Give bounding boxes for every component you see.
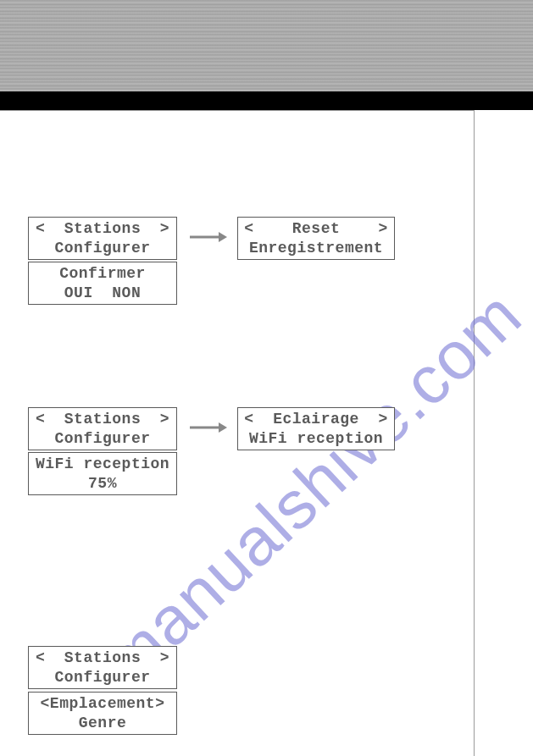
lcd-line: Confirmer [32,264,173,284]
lcd-line: Configurer [32,239,173,258]
lcd-line: < Stations > [32,648,173,668]
lcd-line: Configurer [32,429,173,449]
black-separator-strip [0,91,533,110]
lcd-line: WiFi reception [242,429,391,449]
lcd-line: < Stations > [32,219,173,239]
lcd-line: Configurer [32,668,173,687]
svg-marker-1 [219,232,227,242]
lcd-line: < Reset > [242,219,391,239]
lcd-line: < Stations > [32,410,173,429]
lcd-line: WiFi reception [32,455,173,474]
lcd-reset-enregistrement: < Reset > Enregistrement [237,217,395,260]
lcd-stations-configurer-3: < Stations > Configurer [28,646,177,689]
lcd-line: < Eclairage > [242,410,391,429]
page-content-frame: manualshive.com < Stations > Configurer … [0,110,475,756]
lcd-stations-configurer-1: < Stations > Configurer [28,217,177,260]
lcd-line: OUI NON [32,284,173,303]
svg-marker-3 [219,422,227,433]
lcd-emplacement-genre: <Emplacement> Genre [28,692,177,735]
lcd-stations-configurer-2: < Stations > Configurer [28,407,177,450]
lcd-line: Genre [32,714,173,733]
arrow-right-icon [188,420,227,435]
metal-texture-band [0,0,533,91]
lcd-line: Enregistrement [242,239,391,258]
lcd-line: <Emplacement> [32,694,173,714]
lcd-wifi-reception-75: WiFi reception 75% [28,452,177,495]
lcd-eclairage-wifi: < Eclairage > WiFi reception [237,407,395,450]
lcd-line: 75% [32,474,173,494]
lcd-confirmer-oui-non: Confirmer OUI NON [28,262,177,305]
arrow-right-icon [188,229,227,245]
